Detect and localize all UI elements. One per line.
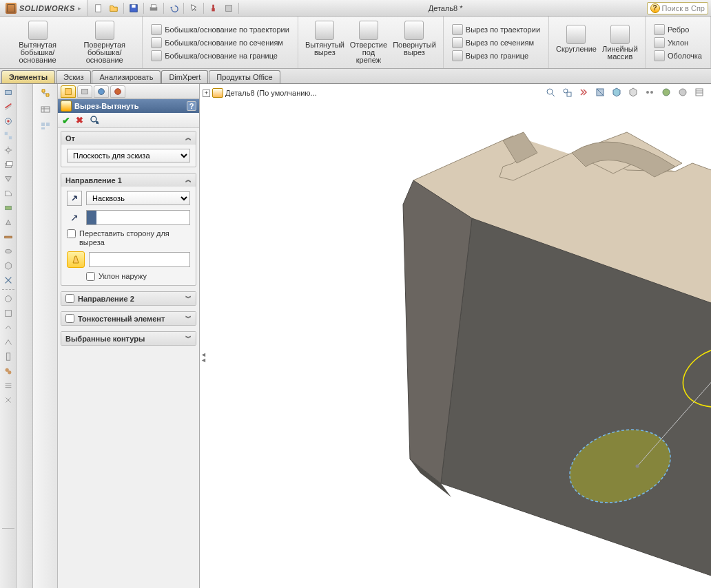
shell-button[interactable]: Оболочка xyxy=(652,50,703,62)
fm-c[interactable] xyxy=(36,185,55,200)
fm-d[interactable] xyxy=(36,201,55,216)
fm-i[interactable] xyxy=(36,285,55,300)
tool-a8[interactable] xyxy=(1,187,15,200)
prop-tab-feature[interactable] xyxy=(61,85,76,98)
tool-b6[interactable] xyxy=(1,364,15,378)
options-button[interactable] xyxy=(222,2,236,14)
direction-vector-input[interactable] xyxy=(86,210,190,225)
tab-analyze[interactable]: Анализировать xyxy=(92,70,161,83)
fm-tree-tab[interactable] xyxy=(36,85,55,101)
revolved-cut-button[interactable]: Повернутый вырез xyxy=(390,19,439,65)
prop-tab-4[interactable] xyxy=(110,85,125,98)
section-dir1-header[interactable]: Направление 1︽ xyxy=(61,174,196,187)
sketch-tool-2[interactable] xyxy=(18,101,32,115)
rib-button[interactable]: Ребро xyxy=(652,23,703,36)
tool-a3[interactable] xyxy=(1,114,15,128)
open-button[interactable] xyxy=(107,2,121,14)
section-contours-header[interactable]: Выбранные контуры︾ xyxy=(61,332,196,345)
sketch-tool-1[interactable] xyxy=(18,85,32,99)
tool-c3[interactable] xyxy=(1,512,15,526)
fm-l[interactable] xyxy=(36,335,55,350)
fillet-button[interactable]: Скругление xyxy=(553,23,599,62)
help-search[interactable]: ? Поиск в Спр xyxy=(647,2,708,14)
lofted-boss-button[interactable]: Бобышка/основание по сечениям xyxy=(150,36,291,49)
property-help-button[interactable]: ? xyxy=(187,101,196,111)
new-button[interactable] xyxy=(92,2,105,14)
section-dir2-header[interactable]: Направление 2︾ xyxy=(61,292,196,305)
extruded-boss-button[interactable]: Вытянутая бобышка/основание xyxy=(4,19,71,65)
swept-cut-button[interactable]: Вырез по траектории xyxy=(451,23,542,36)
fm-j[interactable] xyxy=(36,302,55,317)
boundary-boss-button[interactable]: Бобышка/основание на границе xyxy=(150,50,291,62)
fm-m[interactable] xyxy=(36,351,55,366)
prop-tab-2[interactable] xyxy=(77,85,92,98)
tool-b2[interactable] xyxy=(1,306,15,320)
3d-viewport[interactable]: + Деталь8 (По умолчанию... xyxy=(200,84,711,588)
fm-b[interactable] xyxy=(36,168,55,183)
thin-enable-checkbox[interactable] xyxy=(65,314,74,323)
tool-b4[interactable] xyxy=(1,335,15,349)
linear-pattern-button[interactable]: Линейный массив xyxy=(599,23,641,62)
rebuild-button[interactable] xyxy=(207,2,220,14)
panel-splitter[interactable] xyxy=(200,351,207,364)
detail-preview-button[interactable] xyxy=(89,114,100,127)
fm-f[interactable] xyxy=(36,234,55,249)
tool-c5[interactable] xyxy=(1,545,15,559)
tool-c7[interactable] xyxy=(1,574,15,588)
lofted-cut-button[interactable]: Вырез по сечениям xyxy=(451,36,542,49)
save-button[interactable] xyxy=(127,2,141,14)
tool-b8[interactable] xyxy=(1,393,15,407)
tool-c1[interactable] xyxy=(1,483,15,497)
tool-b7[interactable] xyxy=(1,379,15,392)
fm-prop-tab[interactable] xyxy=(36,102,55,117)
tool-a2[interactable] xyxy=(1,100,15,114)
tab-features[interactable]: Элементы xyxy=(1,70,55,83)
tool-b1[interactable] xyxy=(1,292,15,306)
fm-h[interactable] xyxy=(36,267,55,282)
fm-config-tab[interactable] xyxy=(36,118,55,134)
flip-side-checkbox[interactable] xyxy=(67,229,76,238)
tool-b3[interactable] xyxy=(1,321,15,335)
tab-sketch[interactable]: Эскиз xyxy=(56,70,91,83)
fm-n[interactable] xyxy=(36,368,55,383)
draft-angle-input[interactable] xyxy=(89,252,190,267)
fm-display-tab[interactable] xyxy=(36,135,55,150)
tool-c4[interactable] xyxy=(1,531,15,545)
tool-a11[interactable] xyxy=(1,230,15,244)
end-condition-select[interactable]: Насквозь xyxy=(86,191,190,205)
tool-a14[interactable] xyxy=(1,273,15,287)
ok-button[interactable]: ✔ xyxy=(62,115,70,126)
tool-a5[interactable] xyxy=(1,143,15,157)
prop-tab-3[interactable] xyxy=(94,85,109,98)
tool-c6[interactable] xyxy=(1,560,15,574)
cancel-button[interactable]: ✖ xyxy=(76,115,83,125)
swept-boss-button[interactable]: Бобышка/основание по траектории xyxy=(150,23,291,36)
reverse-direction-button[interactable] xyxy=(67,191,82,206)
from-select[interactable]: Плоскость для эскиза xyxy=(67,149,190,162)
tool-a10[interactable] xyxy=(1,216,15,229)
fm-g[interactable] xyxy=(36,251,55,266)
tool-a4[interactable] xyxy=(1,129,15,143)
hole-wizard-button[interactable]: Отверстие под крепеж xyxy=(347,19,390,65)
chevron-right-icon[interactable]: ▸ xyxy=(78,5,81,12)
tab-office[interactable]: Продукты Office xyxy=(209,70,280,83)
boundary-cut-button[interactable]: Вырез по границе xyxy=(451,50,542,62)
tool-a13[interactable] xyxy=(1,259,15,273)
select-button[interactable] xyxy=(187,2,200,14)
tab-dimxpert[interactable]: DimXpert xyxy=(161,70,208,83)
revolved-boss-button[interactable]: Повернутая бобышка/основание xyxy=(71,19,138,65)
fm-a[interactable] xyxy=(36,151,55,167)
draft-outward-checkbox[interactable] xyxy=(86,272,95,281)
tool-c2[interactable] xyxy=(1,498,15,512)
tool-a7[interactable] xyxy=(1,172,15,186)
draft-toggle-button[interactable] xyxy=(67,251,85,268)
fm-e[interactable] xyxy=(36,218,55,233)
tool-a12[interactable] xyxy=(1,244,15,258)
draft-button[interactable]: Уклон xyxy=(652,36,703,49)
tool-b5[interactable] xyxy=(1,350,15,364)
section-from-header[interactable]: От︽ xyxy=(61,132,196,145)
fm-k[interactable] xyxy=(36,318,55,333)
section-thin-header[interactable]: Тонкостенный элемент︾ xyxy=(61,312,196,325)
undo-button[interactable] xyxy=(167,2,181,14)
print-button[interactable] xyxy=(147,2,161,14)
